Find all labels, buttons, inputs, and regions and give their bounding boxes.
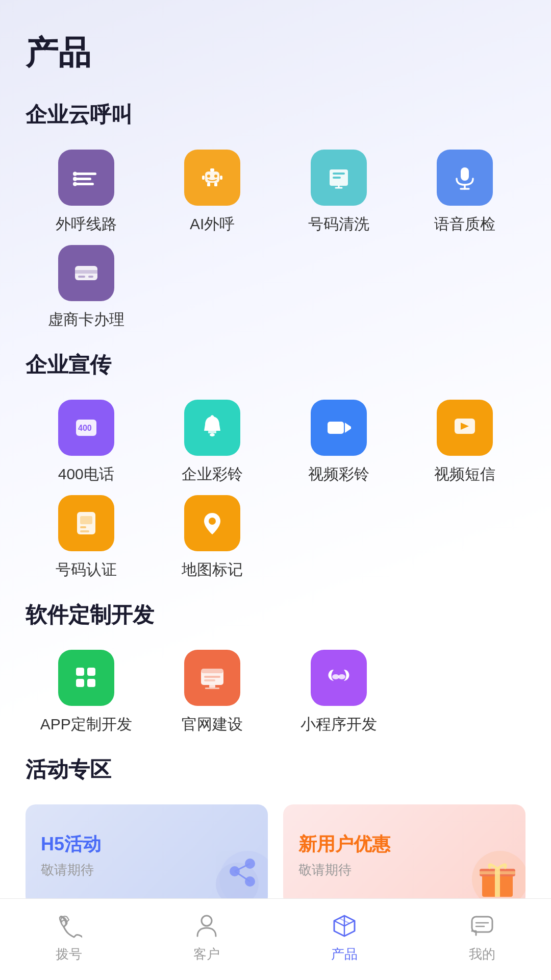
label-app-dev: APP定制开发 <box>40 714 132 735</box>
svg-rect-39 <box>87 668 95 676</box>
section-title-call: 企业云呼叫 <box>26 101 525 129</box>
svg-rect-32 <box>458 435 472 437</box>
item-outbound-line[interactable]: 外呼线路 <box>26 150 147 235</box>
svg-point-37 <box>209 518 216 525</box>
svg-rect-35 <box>80 526 86 528</box>
label-virtual-card: 虚商卡办理 <box>48 309 124 330</box>
svg-rect-13 <box>214 183 217 186</box>
item-virtual-card[interactable]: 虚商卡办理 <box>26 245 147 330</box>
item-biz-ringtone[interactable]: 企业彩铃 <box>152 400 273 485</box>
nav-label-customer: 客户 <box>193 945 220 963</box>
item-app-dev[interactable]: APP定制开发 <box>26 650 147 735</box>
label-ai-outbound: AI外呼 <box>190 214 235 235</box>
item-number-clean[interactable]: 号码清洗 <box>278 150 399 235</box>
svg-rect-10 <box>202 176 205 180</box>
svg-rect-47 <box>205 688 219 689</box>
item-website[interactable]: 官网建设 <box>152 650 273 735</box>
new-user-decoration <box>464 843 525 906</box>
gift-deco-svg <box>464 843 525 906</box>
nav-item-product[interactable]: 产品 <box>276 911 413 963</box>
svg-point-7 <box>207 175 210 178</box>
item-tel400[interactable]: 400 400电话 <box>26 400 147 485</box>
nav-label-dial: 拨号 <box>56 945 82 963</box>
svg-rect-44 <box>204 676 220 678</box>
item-miniapp[interactable]: 小程序开发 <box>278 650 399 735</box>
svg-rect-45 <box>204 679 215 681</box>
svg-point-5 <box>73 182 77 186</box>
card-icon <box>71 258 102 288</box>
icon-outbound-line-box <box>58 150 114 206</box>
item-ai-outbound[interactable]: AI外呼 <box>152 150 273 235</box>
svg-rect-16 <box>333 177 341 179</box>
svg-rect-26 <box>208 431 216 433</box>
mic-icon <box>449 162 480 193</box>
svg-rect-23 <box>88 276 93 278</box>
nav-item-mine[interactable]: 我的 <box>413 911 551 963</box>
icon-ai-outbound-box <box>184 150 240 206</box>
label-miniapp: 小程序开发 <box>300 714 377 735</box>
item-num-cert[interactable]: 号码认证 <box>26 495 147 580</box>
svg-rect-41 <box>87 679 95 687</box>
item-video-ringtone[interactable]: 视频彩铃 <box>278 400 399 485</box>
activity-grid: H5活动 敬请期待 新用户优惠 <box>26 804 525 906</box>
phone-icon <box>56 913 82 939</box>
tel400-icon: 400 <box>71 412 102 443</box>
label-video-ringtone: 视频彩铃 <box>308 464 369 485</box>
svg-rect-28 <box>328 422 344 434</box>
label-num-cert: 号码认证 <box>56 559 117 580</box>
svg-point-49 <box>338 674 345 679</box>
svg-point-4 <box>73 177 77 181</box>
label-voice-check: 语音质检 <box>434 214 495 235</box>
nav-item-customer[interactable]: 客户 <box>138 911 276 963</box>
ai-robot-icon <box>197 162 228 193</box>
svg-rect-17 <box>461 167 469 181</box>
video-sms-icon <box>449 412 480 443</box>
icon-website-box <box>184 650 240 706</box>
icon-app-dev-box <box>58 650 114 706</box>
svg-rect-34 <box>80 516 92 524</box>
page-wrapper: 产品 企业云呼叫 外呼线路 <box>0 0 551 980</box>
svg-point-8 <box>214 175 217 178</box>
label-website: 官网建设 <box>182 714 243 735</box>
svg-point-62 <box>202 916 212 926</box>
icon-miniapp-box <box>311 650 367 706</box>
svg-rect-38 <box>76 668 84 676</box>
label-number-clean: 号码清洗 <box>308 214 369 235</box>
miniapp-icon <box>323 663 354 693</box>
h5-decoration <box>207 843 268 906</box>
svg-rect-11 <box>220 176 222 180</box>
num-cert-icon <box>71 508 102 538</box>
svg-point-27 <box>210 433 215 436</box>
nav-label-mine: 我的 <box>469 945 495 963</box>
software-grid: APP定制开发 官网建设 <box>26 650 525 735</box>
label-biz-ringtone: 企业彩铃 <box>182 464 243 485</box>
item-video-sms[interactable]: 视频短信 <box>405 400 526 485</box>
chat-icon <box>469 913 495 939</box>
card-new-user[interactable]: 新用户优惠 敬请期待 <box>283 804 525 906</box>
svg-rect-61 <box>480 871 515 874</box>
icon-number-clean-box <box>311 150 367 206</box>
svg-rect-15 <box>333 173 345 175</box>
svg-rect-9 <box>210 168 214 172</box>
nav-item-dial[interactable]: 拨号 <box>0 911 138 963</box>
video-icon <box>323 412 354 443</box>
svg-text:400: 400 <box>78 424 92 432</box>
svg-point-48 <box>332 674 339 679</box>
svg-rect-46 <box>209 685 215 688</box>
h5-deco-svg <box>207 843 268 906</box>
app-icon <box>71 663 102 693</box>
nav-icon-product <box>329 911 360 941</box>
svg-rect-21 <box>75 270 97 274</box>
section-title-promo: 企业宣传 <box>26 351 525 379</box>
label-video-sms: 视频短信 <box>434 464 495 485</box>
item-voice-check[interactable]: 语音质检 <box>405 150 526 235</box>
bottom-nav: 拨号 客户 产品 <box>0 898 551 980</box>
icon-video-sms-box <box>437 400 493 456</box>
svg-point-3 <box>73 172 77 176</box>
empty-slot <box>405 650 526 735</box>
nav-icon-dial <box>54 911 84 941</box>
card-h5-activity[interactable]: H5活动 敬请期待 <box>26 804 268 906</box>
icon-voice-check-box <box>437 150 493 206</box>
item-map-mark[interactable]: 地图标记 <box>152 495 273 580</box>
person-icon <box>193 913 220 939</box>
